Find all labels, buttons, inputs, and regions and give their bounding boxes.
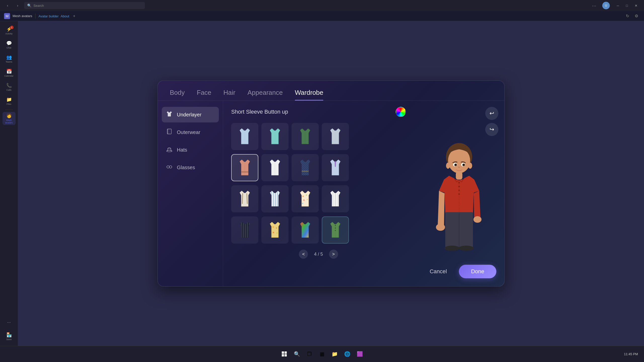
more-icon: ··· <box>7 320 11 325</box>
app-tab-mesh[interactable]: M Mesh avatars <box>4 13 32 19</box>
svg-point-4 <box>168 148 171 149</box>
wardrobe-grid-area: Short Sleeve Button up <box>223 101 414 286</box>
clothing-item-gray[interactable] <box>322 123 349 150</box>
refresh-icon[interactable]: ↻ <box>624 13 631 20</box>
prev-page-button[interactable]: < <box>299 250 308 259</box>
clothing-item-blue-stripe[interactable] <box>261 185 289 212</box>
clothing-row-4 <box>231 216 406 244</box>
color-wheel-button[interactable] <box>396 107 406 117</box>
undo-button[interactable]: ↩ <box>485 107 498 120</box>
wardrobe-item-underlayer[interactable]: Underlayer <box>162 107 219 122</box>
sidebar-item-files[interactable]: 📁 Files <box>3 95 16 108</box>
sidebar-item-teams[interactable]: 👥 Teams <box>3 52 16 65</box>
settings-icon[interactable]: ⚙ <box>633 13 640 20</box>
minimize-button[interactable]: ─ <box>614 2 622 9</box>
search-icon: 🔍 <box>27 4 31 8</box>
next-page-button[interactable]: > <box>329 250 338 259</box>
svg-rect-69 <box>285 351 287 354</box>
undo-redo-controls: ↩ ↪ <box>485 107 498 136</box>
svg-point-50 <box>458 190 460 191</box>
shirt-svg-white-stripe <box>325 189 345 209</box>
clothing-item-dark-stripe[interactable] <box>231 216 258 244</box>
forward-button[interactable]: › <box>14 2 21 9</box>
add-tab-button[interactable]: + <box>71 13 77 19</box>
back-button[interactable]: ‹ <box>4 2 11 9</box>
svg-point-6 <box>169 166 172 168</box>
clothing-item-multicolor[interactable] <box>292 216 319 244</box>
clothing-item-white-stripe[interactable] <box>322 185 349 212</box>
clothing-item-teal[interactable] <box>261 123 289 150</box>
sidebar-item-mesh[interactable]: 🧑 Mesh avatars <box>3 112 16 125</box>
explorer-button[interactable]: 📁 <box>330 349 340 359</box>
svg-point-27 <box>303 199 305 201</box>
shirt-svg-green-button <box>325 220 345 240</box>
clothing-item-navy[interactable] <box>292 154 319 181</box>
svg-point-48 <box>458 182 460 184</box>
svg-point-58 <box>436 224 445 231</box>
svg-point-63 <box>462 164 465 166</box>
shirt-svg-floral <box>295 189 315 209</box>
clothing-item-green-button[interactable] <box>322 216 349 244</box>
clothing-item-green[interactable] <box>292 123 319 150</box>
clothing-item-floral[interactable] <box>292 185 319 212</box>
clothing-item-suspenders[interactable] <box>231 185 258 212</box>
teams-taskbar-button[interactable]: 🟪 <box>355 349 365 359</box>
titlebar-actions: ↻ ⚙ <box>624 13 640 20</box>
shirt-svg-teal <box>265 126 285 147</box>
tab-avatar-builder[interactable]: Avatar builder <box>38 14 59 18</box>
wardrobe-item-hats[interactable]: Hats <box>162 142 219 158</box>
user-avatar[interactable]: U <box>602 2 610 9</box>
clothing-item-yellow-floral[interactable] <box>261 216 289 244</box>
sidebar-item-activity[interactable]: ⚡ 1 Activity <box>3 24 16 37</box>
svg-point-59 <box>473 216 481 223</box>
task-view-button[interactable]: ❐ <box>304 349 314 359</box>
svg-rect-54 <box>460 223 473 247</box>
files-icon: 📁 <box>6 97 12 102</box>
clothing-item-blue-tie[interactable] <box>322 154 349 181</box>
svg-point-64 <box>456 164 457 165</box>
wardrobe-item-outerwear[interactable]: Outerwear <box>162 124 219 140</box>
grid-title: Short Sleeve Button up <box>231 109 288 115</box>
sidebar-item-more[interactable]: ··· <box>3 316 16 329</box>
outerwear-icon <box>166 128 173 137</box>
cancel-button[interactable]: Cancel <box>424 265 453 278</box>
search-bar[interactable]: 🔍 Search <box>24 2 145 9</box>
mesh-label: Mesh avatars <box>3 119 16 124</box>
tab-appearance[interactable]: Appearance <box>248 89 283 101</box>
hats-icon <box>166 146 173 154</box>
mesh-app-icon: M <box>4 13 10 19</box>
wardrobe-sidebar: Underlayer Outerwear <box>158 101 223 286</box>
done-button[interactable]: Done <box>459 265 496 278</box>
teams-label: Teams <box>6 61 12 63</box>
taskbar-search[interactable]: 🔍 <box>292 349 302 359</box>
edge-button[interactable]: 🌐 <box>342 349 352 359</box>
sidebar-item-store[interactable]: 🏪 Store <box>3 330 16 343</box>
more-options[interactable]: ··· <box>590 2 598 10</box>
tab-face[interactable]: Face <box>197 89 211 101</box>
clock-time: 11:45 PM <box>624 352 638 356</box>
clothing-item-blue[interactable] <box>231 123 258 150</box>
sidebar-item-calendar[interactable]: 📅 Calendar <box>3 66 16 79</box>
calendar-icon: 📅 <box>6 69 12 74</box>
svg-point-51 <box>458 193 460 195</box>
maximize-button[interactable]: □ <box>623 2 631 9</box>
sidebar-item-chat[interactable]: 💬 Chat <box>3 38 16 51</box>
close-button[interactable]: ✕ <box>632 2 640 9</box>
wardrobe-item-glasses[interactable]: Glasses <box>162 160 219 175</box>
svg-rect-46 <box>456 172 462 179</box>
clothing-row-2 <box>231 154 406 181</box>
start-button[interactable] <box>279 349 289 359</box>
tab-hair[interactable]: Hair <box>223 89 235 101</box>
svg-point-25 <box>302 196 304 197</box>
page-info: 4 / 5 <box>314 252 323 257</box>
sidebar-item-calls[interactable]: 📞 Calls <box>3 80 16 94</box>
window-controls: ─ □ ✕ <box>614 2 640 9</box>
clothing-item-white[interactable] <box>261 154 289 181</box>
tab-about[interactable]: About <box>61 14 69 18</box>
clothing-item-salmon[interactable] <box>231 154 258 181</box>
widgets-button[interactable]: ▦ <box>317 349 327 359</box>
tab-body[interactable]: Body <box>170 89 185 101</box>
redo-button[interactable]: ↪ <box>485 123 498 136</box>
tab-wardrobe[interactable]: Wardrobe <box>295 89 323 101</box>
clothing-row-3 <box>231 185 406 212</box>
